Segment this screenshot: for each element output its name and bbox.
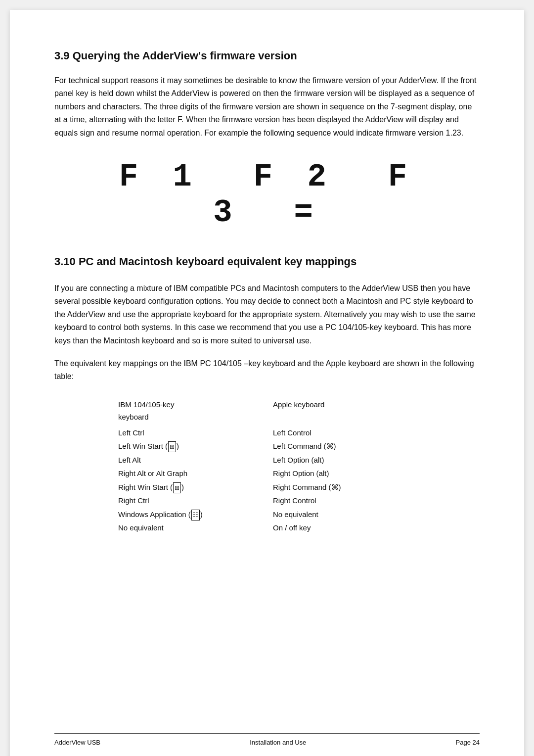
table-row: Left Ctrl Left Control xyxy=(118,426,416,439)
table-row: Right Win Start (⊞) Right Command (⌘) xyxy=(118,481,416,494)
row-apple-3: Left Option (alt) xyxy=(273,454,416,467)
page: 3.9 Querying the AdderView's firmware ve… xyxy=(10,10,524,756)
col1-header: IBM 104/105-keykeyboard xyxy=(118,398,273,424)
row-ibm-1: Left Ctrl xyxy=(118,426,273,439)
row-apple-2: Left Command (⌘) xyxy=(273,440,416,453)
table-row: Left Win Start (⊞) Left Command (⌘) xyxy=(118,440,416,453)
section1-paragraph: For technical support reasons it may som… xyxy=(54,74,480,140)
row-apple-6: Right Control xyxy=(273,494,416,507)
row-apple-8: On / off key xyxy=(273,521,416,534)
key-mapping-table: IBM 104/105-keykeyboard Apple keyboard L… xyxy=(118,398,416,534)
win-icon: ⊞ xyxy=(173,482,181,493)
section2-paragraph2: The equivalent key mappings on the IBM P… xyxy=(54,357,480,383)
row-ibm-4: Right Alt or Alt Graph xyxy=(118,467,273,480)
table-row: Left Alt Left Option (alt) xyxy=(118,454,416,467)
section1-heading: 3.9 Querying the AdderView's firmware ve… xyxy=(54,49,480,62)
col2-header: Apple keyboard xyxy=(273,398,416,424)
row-apple-7: No equivalent xyxy=(273,508,416,521)
table-header: IBM 104/105-keykeyboard Apple keyboard xyxy=(118,398,416,424)
table-row: Windows Application (☷) No equivalent xyxy=(118,508,416,521)
section2-heading: 3.10 PC and Macintosh keyboard equivalen… xyxy=(54,255,480,268)
row-ibm-3: Left Alt xyxy=(118,454,273,467)
firmware-display: F 1 F 2 F 3 = xyxy=(54,159,480,231)
table-row: Right Alt or Alt Graph Right Option (alt… xyxy=(118,467,416,480)
row-ibm-5: Right Win Start (⊞) xyxy=(118,481,273,494)
row-ibm-8: No equivalent xyxy=(118,521,273,534)
footer-center: Installation and Use xyxy=(250,739,306,746)
table-row: Right Ctrl Right Control xyxy=(118,494,416,507)
row-apple-5: Right Command (⌘) xyxy=(273,481,416,494)
row-ibm-2: Left Win Start (⊞) xyxy=(118,440,273,453)
row-ibm-6: Right Ctrl xyxy=(118,494,273,507)
section2-paragraph1: If you are connecting a mixture of IBM c… xyxy=(54,282,480,347)
footer-right: Page 24 xyxy=(456,739,480,746)
row-apple-4: Right Option (alt) xyxy=(273,467,416,480)
footer-left: AdderView USB xyxy=(54,739,100,746)
table-row: No equivalent On / off key xyxy=(118,521,416,534)
app-icon: ☷ xyxy=(191,510,200,520)
win-icon: ⊞ xyxy=(168,441,176,452)
row-ibm-7: Windows Application (☷) xyxy=(118,508,273,521)
row-apple-1: Left Control xyxy=(273,426,416,439)
page-footer: AdderView USB Installation and Use Page … xyxy=(54,733,480,746)
